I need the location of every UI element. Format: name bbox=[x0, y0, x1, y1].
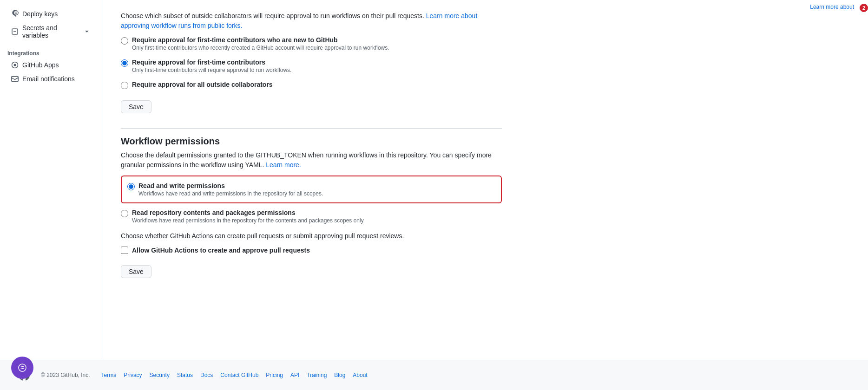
radio-first-time-desc: Only first-time contributors will requir… bbox=[132, 67, 291, 73]
sidebar: Deploy keys Secrets and variables Integr… bbox=[0, 0, 102, 360]
workflow-permissions-description: Choose the default permissions granted t… bbox=[121, 150, 502, 170]
approval-section: Choose which subset of outside collabora… bbox=[121, 11, 502, 113]
svg-point-4 bbox=[19, 364, 26, 371]
radio-option-new-github: Require approval for first-time contribu… bbox=[121, 36, 502, 51]
footer-link-docs[interactable]: Docs bbox=[200, 372, 213, 378]
footer-link-pricing[interactable]: Pricing bbox=[266, 372, 283, 378]
learn-more-top[interactable]: Learn more about bbox=[810, 4, 854, 10]
approval-save-button[interactable]: Save bbox=[121, 100, 151, 113]
secrets-variables-label: Secrets and variables bbox=[22, 24, 79, 39]
footer-link-security[interactable]: Security bbox=[150, 372, 170, 378]
workflow-permissions-title: Workflow permissions bbox=[121, 136, 502, 147]
radio-new-github-label[interactable]: Require approval for first-time contribu… bbox=[132, 36, 338, 44]
key-icon bbox=[11, 10, 19, 18]
sidebar-item-secrets-variables[interactable]: Secrets and variables bbox=[4, 21, 98, 42]
notification-badge: 2 bbox=[860, 4, 868, 12]
github-apps-label: GitHub Apps bbox=[22, 61, 59, 69]
github-apps-icon bbox=[11, 61, 19, 69]
radio-read-only-label[interactable]: Read repository contents and packages pe… bbox=[132, 209, 296, 216]
footer-link-status[interactable]: Status bbox=[177, 372, 193, 378]
radio-all-collaborators[interactable] bbox=[121, 82, 128, 89]
radio-option-read-only: Read repository contents and packages pe… bbox=[121, 209, 502, 224]
footer-link-about[interactable]: About bbox=[353, 372, 367, 378]
allow-pull-requests-label[interactable]: Allow GitHub Actions to create and appro… bbox=[132, 247, 310, 254]
footer-link-blog[interactable]: Blog bbox=[334, 372, 345, 378]
footer-link-contact-github[interactable]: Contact GitHub bbox=[220, 372, 258, 378]
footer-link-terms[interactable]: Terms bbox=[101, 372, 117, 378]
footer-link-api[interactable]: API bbox=[290, 372, 299, 378]
workflow-save-button[interactable]: Save bbox=[121, 265, 151, 278]
footer-copyright: © 2023 GitHub, Inc. bbox=[41, 372, 90, 378]
radio-option-first-time: Require approval for first-time contribu… bbox=[121, 58, 502, 73]
radio-option-all-collaborators: Require approval for all outside collabo… bbox=[121, 81, 502, 89]
allow-pull-requests-option: Allow GitHub Actions to create and appro… bbox=[121, 247, 502, 254]
section-divider bbox=[121, 128, 502, 129]
radio-read-write[interactable] bbox=[127, 183, 135, 190]
secrets-icon bbox=[11, 28, 19, 35]
pull-request-description: Choose whether GitHub Actions can create… bbox=[121, 231, 502, 241]
footer-links: Terms Privacy Security Status Docs Conta… bbox=[101, 372, 368, 378]
deploy-keys-label: Deploy keys bbox=[22, 10, 58, 18]
sidebar-item-deploy-keys[interactable]: Deploy keys bbox=[4, 7, 98, 20]
radio-read-write-desc: Workflows have read and write permission… bbox=[138, 190, 323, 197]
radio-read-only[interactable] bbox=[121, 210, 128, 217]
sidebar-item-email-notifications[interactable]: Email notifications bbox=[4, 72, 98, 85]
allow-pull-requests-checkbox[interactable] bbox=[121, 247, 128, 254]
main-content: Choose which subset of outside collabora… bbox=[102, 0, 520, 360]
footer-link-privacy[interactable]: Privacy bbox=[124, 372, 142, 378]
mail-icon bbox=[11, 75, 19, 83]
highlighted-radio-read-write: Read and write permissions Workflows hav… bbox=[121, 176, 502, 203]
workflow-learn-more-link[interactable]: Learn more. bbox=[266, 161, 301, 169]
radio-option-read-write: Read and write permissions Workflows hav… bbox=[127, 182, 495, 197]
radio-first-time[interactable] bbox=[121, 59, 128, 67]
radio-new-github-desc: Only first-time contributors who recentl… bbox=[132, 45, 389, 51]
approval-description: Choose which subset of outside collabora… bbox=[121, 11, 502, 31]
sidebar-item-github-apps[interactable]: GitHub Apps bbox=[4, 58, 98, 72]
footer-link-training[interactable]: Training bbox=[307, 372, 327, 378]
email-notifications-label: Email notifications bbox=[22, 75, 75, 83]
radio-new-github[interactable] bbox=[121, 37, 128, 45]
radio-read-write-label[interactable]: Read and write permissions bbox=[138, 182, 225, 189]
floating-action-button[interactable] bbox=[11, 357, 33, 379]
radio-all-collaborators-label[interactable]: Require approval for all outside collabo… bbox=[132, 81, 273, 88]
svg-point-3 bbox=[14, 64, 16, 66]
radio-first-time-label[interactable]: Require approval for first-time contribu… bbox=[132, 58, 265, 66]
radio-read-only-desc: Workflows have read permissions in the r… bbox=[132, 217, 365, 224]
chevron-down-icon bbox=[83, 28, 91, 35]
footer: © 2023 GitHub, Inc. Terms Privacy Securi… bbox=[0, 360, 868, 390]
workflow-permissions-section: Workflow permissions Choose the default … bbox=[121, 136, 502, 278]
integrations-section-label: Integrations bbox=[0, 43, 102, 58]
